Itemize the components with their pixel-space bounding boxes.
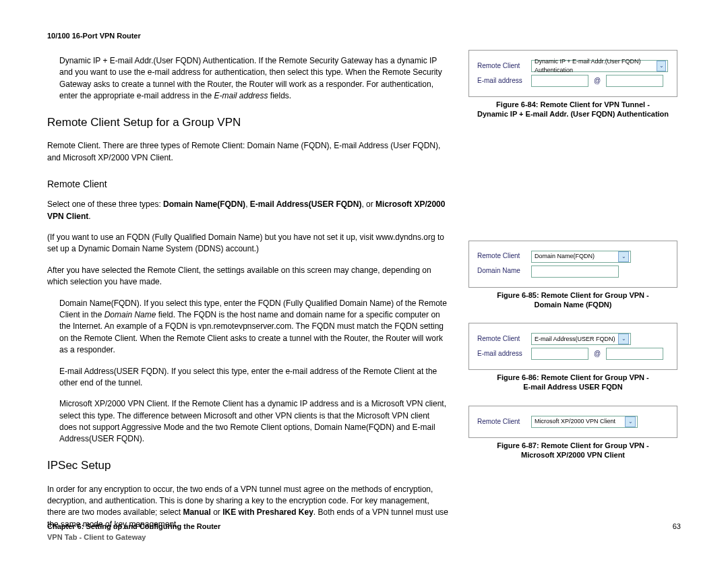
remote-client-intro: Remote Client. There are three types of …	[47, 140, 448, 164]
fig85-select-value: Domain Name(FQDN)	[535, 252, 595, 261]
fig85-cap-l1: Figure 6-85: Remote Client for Group VPN…	[497, 291, 649, 299]
fig85-cap-l2: Domain Name (FQDN)	[535, 301, 612, 309]
intro-end: fields.	[268, 91, 292, 100]
page-footer: Chapter 6: Setting up and Configuring th…	[47, 522, 681, 543]
fig84-cap-l2: Dynamic IP + E-mail Addr. (User FQDN) Au…	[477, 110, 669, 118]
fig84-email-local-input[interactable]	[531, 75, 588, 87]
fig86-label-email: E-mail address	[477, 349, 526, 359]
fig87-select-value: Microsoft XP/2000 VPN Client	[535, 417, 615, 426]
fig85-remote-client-select[interactable]: Domain Name(FQDN) ⌄	[531, 251, 631, 263]
figure-87: Remote Client Microsoft XP/2000 VPN Clie…	[468, 406, 677, 438]
chevron-down-icon: ⌄	[618, 334, 629, 344]
fig87-remote-client-select[interactable]: Microsoft XP/2000 VPN Client ⌄	[531, 416, 638, 428]
fig84-select-value: Dynamic IP + E-mail Addr.(User FQDN) Aut…	[535, 57, 657, 75]
select-pre: Select one of these three types:	[47, 199, 163, 209]
heading-remote-client: Remote Client	[47, 177, 448, 191]
fig84-label-rc: Remote Client	[477, 61, 526, 71]
fig84-label-email: E-mail address	[477, 76, 526, 86]
ipsec-manual: Manual	[183, 507, 210, 517]
fig84-cap-l1: Figure 6-84: Remote Client for VPN Tunne…	[496, 100, 650, 108]
ipsec-mid: or	[211, 507, 222, 517]
heading-remote-client-setup: Remote Client Setup for a Group VPN	[47, 115, 448, 131]
fig87-cap-l2: Microsoft XP/2000 VPN Client	[521, 451, 625, 459]
fig86-caption: Figure 6-86: Remote Client for Group VPN…	[468, 373, 677, 392]
fig86-at: @	[594, 349, 601, 359]
fig86-email-domain-input[interactable]	[606, 348, 663, 360]
page-number: 63	[673, 522, 681, 543]
fqdn-note: (If you want to use an FQDN (Fully Quali…	[47, 232, 448, 255]
fig87-label-rc: Remote Client	[477, 417, 526, 427]
intro-paragraph: Dynamic IP + E-mail Addr.(User FQDN) Aut…	[59, 55, 448, 102]
fig84-email-domain-input[interactable]	[606, 75, 663, 87]
fig86-cap-l2: E-mail Address USER FQDN	[523, 383, 623, 391]
doc-header: 10/100 16-Port VPN Router	[47, 31, 448, 42]
heading-ipsec-setup: IPSec Setup	[47, 458, 448, 474]
comma1: ,	[245, 199, 250, 209]
fig84-caption: Figure 6-84: Remote Client for VPN Tunne…	[468, 100, 677, 119]
chevron-down-icon: ⌄	[657, 61, 666, 71]
fig85-label-rc: Remote Client	[477, 251, 526, 261]
fig86-remote-client-select[interactable]: E-mail Address(USER FQDN) ⌄	[531, 333, 631, 345]
footer-chapter: Chapter 6: Setting up and Configuring th…	[47, 522, 220, 532]
fig85-label-dn: Domain Name	[477, 266, 526, 276]
ipsec-ike: IKE with Preshared Key	[222, 507, 313, 517]
fig86-email-local-input[interactable]	[531, 348, 588, 360]
fig86-select-value: E-mail Address(USER FQDN)	[535, 335, 615, 344]
comma2: , or	[361, 199, 375, 209]
select-types-paragraph: Select one of these three types: Domain …	[47, 199, 448, 222]
fig84-at: @	[594, 76, 601, 86]
fig87-caption: Figure 6-87: Remote Client for Group VPN…	[468, 441, 677, 460]
fig85-caption: Figure 6-85: Remote Client for Group VPN…	[468, 290, 677, 310]
figure-84: Remote Client Dynamic IP + E-mail Addr.(…	[468, 50, 677, 97]
type-domain-name: Domain Name(FQDN)	[163, 199, 245, 209]
fig84-remote-client-select[interactable]: Dynamic IP + E-mail Addr.(User FQDN) Aut…	[531, 60, 668, 72]
fig85-domain-name-input[interactable]	[531, 266, 619, 278]
chevron-down-icon: ⌄	[618, 251, 629, 262]
type-email: E-mail Address(USER FQDN)	[250, 199, 362, 209]
after-select-note: After you have selected the Remote Clien…	[47, 265, 448, 288]
fig86-cap-l1: Figure 6-86: Remote Client for Group VPN…	[497, 373, 649, 381]
figure-86: Remote Client E-mail Address(USER FQDN) …	[468, 323, 677, 370]
footer-section: VPN Tab - Client to Gateway	[47, 532, 220, 543]
period: .	[88, 212, 90, 221]
chevron-down-icon: ⌄	[625, 416, 636, 427]
dn-ital: Domain Name	[104, 310, 156, 319]
fig87-cap-l1: Figure 6-87: Remote Client for Group VPN…	[497, 441, 649, 449]
domain-name-paragraph: Domain Name(FQDN). If you select this ty…	[59, 298, 448, 356]
figure-85: Remote Client Domain Name(FQDN) ⌄ Domain…	[468, 241, 677, 288]
intro-italic: E-mail address	[214, 91, 268, 100]
fig86-label-rc: Remote Client	[477, 334, 526, 344]
microsoft-paragraph: Microsoft XP/2000 VPN Client. If the Rem…	[59, 398, 448, 445]
email-paragraph: E-mail Address(USER FQDN). If you select…	[59, 366, 448, 389]
